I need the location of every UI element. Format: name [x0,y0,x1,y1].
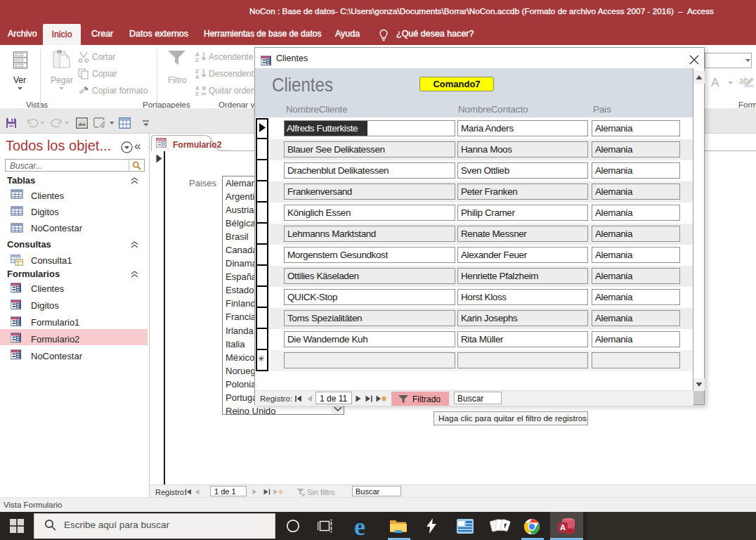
svg-text:A: A [195,74,200,79]
svg-text:A: A [560,523,566,532]
svg-text:Z: Z [195,91,199,96]
svg-text:Z: Z [195,57,199,62]
